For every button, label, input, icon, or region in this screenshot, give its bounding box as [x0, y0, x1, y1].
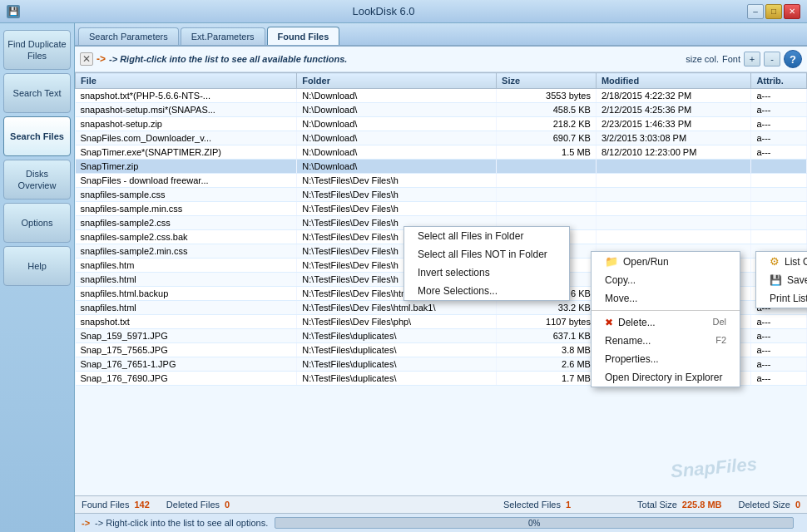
- ctx-properties[interactable]: Properties...: [592, 350, 740, 368]
- cell-attrib: a---: [751, 89, 807, 103]
- table-row[interactable]: snapashot-setup.zipN:\Download\218.2 KB2…: [76, 117, 807, 131]
- ctx-separator-1: [592, 310, 740, 311]
- col-header-folder: Folder: [297, 73, 497, 89]
- ctx-delete[interactable]: ✖ Delete... Del: [592, 313, 740, 332]
- ctx-copy[interactable]: Copy...: [592, 271, 740, 289]
- col-header-modified: Modified: [596, 73, 750, 89]
- cell-file: Snap_176_7651-1.JPG: [76, 357, 297, 372]
- cell-file: snapashot-setup.msi*(SNAPAS...: [76, 103, 297, 117]
- cell-file: SnapFiles.com_Downloader_v...: [76, 131, 297, 145]
- sidebar-item-find-duplicate[interactable]: Find Duplicate Files: [3, 30, 71, 70]
- found-files-status: Found Files 142: [82, 500, 150, 510]
- cell-file: snapfiles-sample2.min.css: [76, 244, 297, 259]
- deleted-files-status: Deleted Files 0: [166, 500, 230, 510]
- total-size-value: 225.8 MB: [682, 500, 722, 510]
- help-button[interactable]: ?: [784, 50, 802, 68]
- close-button[interactable]: ✕: [784, 4, 800, 19]
- tab-found-files[interactable]: Found Files: [267, 27, 340, 45]
- ctx-list-options[interactable]: ⚙ List Options...: [756, 252, 807, 271]
- table-row[interactable]: SnapTimer.exe*(SNAPTIMER.ZIP)N:\Download…: [76, 145, 807, 160]
- tab-search-parameters[interactable]: Search Parameters: [78, 27, 179, 45]
- table-header-row: File Folder Size Modified Attrib.: [76, 73, 807, 89]
- maximize-button[interactable]: □: [765, 4, 782, 19]
- cell-file: SnapTimer.exe*(SNAPTIMER.ZIP): [76, 145, 297, 160]
- sidebar-item-disks-overview[interactable]: Disks Overview: [3, 160, 71, 200]
- sidebar-item-options[interactable]: Options: [3, 203, 71, 243]
- table-row[interactable]: snapfiles-sample.min.cssN:\TestFiles\Dev…: [76, 202, 807, 216]
- table-row[interactable]: SnapFiles - download freewar...N:\TestFi…: [76, 174, 807, 188]
- total-size-label: Total Size: [637, 500, 677, 510]
- cell-size: [497, 188, 597, 202]
- progress-bar: 0%: [275, 517, 794, 529]
- cell-attrib: a---: [751, 315, 807, 329]
- app-title: LookDisk 6.0: [20, 5, 747, 17]
- font-label: Font: [722, 54, 740, 64]
- cell-folder: N:\Download\: [297, 145, 497, 160]
- sidebar-item-help[interactable]: Help: [3, 246, 71, 286]
- sidebar-item-search-files[interactable]: Search Files: [3, 116, 71, 156]
- ctx-open-directory[interactable]: Open Directory in Explorer: [592, 368, 740, 387]
- deleted-size-status: Deleted Size 0: [739, 500, 801, 510]
- cell-modified: [596, 202, 750, 216]
- font-plus-button[interactable]: +: [744, 52, 760, 66]
- cell-file: snapshot.txt*(PHP-5.6.6-NTS-...: [76, 89, 297, 103]
- found-files-value: 142: [134, 500, 149, 510]
- cell-folder: N:\TestFiles\duplicates\: [297, 357, 497, 372]
- selected-files-status: Selected Files 1: [503, 500, 571, 510]
- cell-modified: [596, 216, 750, 230]
- window-controls: – □ ✕: [747, 4, 800, 19]
- bottom-hint: -> Right-click into the list to see all …: [95, 518, 268, 528]
- cell-folder: N:\TestFiles\Dev Files\html.bak1\: [297, 301, 497, 315]
- cell-file: snapfiles-sample2.css.bak: [76, 230, 297, 244]
- close-panel-button[interactable]: ✕: [80, 52, 93, 66]
- progress-text: 0%: [275, 518, 793, 529]
- cell-modified: 8/12/2010 12:23:00 PM: [596, 145, 750, 160]
- cell-file: snapashot-setup.zip: [76, 117, 297, 131]
- ctx-open-run[interactable]: 📁 Open/Run: [592, 252, 740, 271]
- cell-size: 218.2 KB: [497, 117, 597, 131]
- cell-attrib: a---: [751, 117, 807, 131]
- cell-file: Snap_176_7690.JPG: [76, 372, 297, 386]
- ctx-save-list[interactable]: 💾 Save List...: [756, 271, 807, 289]
- cell-size: 637.1 KB: [497, 329, 597, 343]
- ctx-rename[interactable]: Rename... F2: [592, 332, 740, 350]
- ctx-print-list[interactable]: Print List...: [756, 289, 807, 308]
- deleted-size-label: Deleted Size: [739, 500, 790, 510]
- ctx-select-all-folder[interactable]: Select all Files in Folder: [404, 227, 569, 245]
- ctx-move[interactable]: Move...: [592, 289, 740, 308]
- cell-folder: N:\TestFiles\Dev Files\h: [297, 188, 497, 202]
- cell-attrib: a---: [751, 103, 807, 117]
- deleted-size-value: 0: [795, 500, 800, 510]
- table-row[interactable]: SnapTimer.zipN:\Download\: [76, 160, 807, 174]
- table-row[interactable]: SnapFiles.com_Downloader_v...N:\Download…: [76, 131, 807, 145]
- context-menu-actions: 📁 Open/Run Copy... Move... ✖ Delete... D…: [591, 251, 740, 387]
- ctx-select-not-folder[interactable]: Select all Files NOT in Folder: [404, 245, 569, 264]
- cell-attrib: [751, 230, 807, 244]
- cell-size: 458.5 KB: [497, 103, 597, 117]
- cell-size: 690.7 KB: [497, 131, 597, 145]
- ctx-invert-selections[interactable]: Invert selections: [404, 264, 569, 282]
- table-row[interactable]: snapshot.txt*(PHP-5.6.6-NTS-...N:\Downlo…: [76, 89, 807, 103]
- gear-icon: ⚙: [770, 255, 780, 268]
- cell-attrib: a---: [751, 131, 807, 145]
- cell-file: snapfiles.html.backup: [76, 287, 297, 301]
- tab-ext-parameters[interactable]: Ext.Parameters: [181, 27, 265, 45]
- table-row[interactable]: snapashot-setup.msi*(SNAPAS...N:\Downloa…: [76, 103, 807, 117]
- cell-attrib: [751, 216, 807, 230]
- table-row[interactable]: snapfiles-sample.cssN:\TestFiles\Dev Fil…: [76, 188, 807, 202]
- app-icon: 💾: [7, 5, 20, 18]
- folder-icon: 📁: [605, 255, 618, 268]
- cell-size: 1.7 MB: [497, 372, 597, 386]
- minimize-button[interactable]: –: [747, 4, 764, 19]
- ctx-more-selections[interactable]: More Selections...: [404, 282, 569, 300]
- sidebar-item-search-text[interactable]: Search Text: [3, 73, 71, 113]
- sidebar: Find Duplicate Files Search Text Search …: [0, 23, 75, 532]
- cell-size: [497, 202, 597, 216]
- cell-file: Snap_175_7565.JPG: [76, 343, 297, 357]
- font-minus-button[interactable]: -: [764, 52, 780, 66]
- cell-folder: N:\Download\: [297, 117, 497, 131]
- cell-modified: [596, 174, 750, 188]
- cell-modified: 2/12/2015 4:25:36 PM: [596, 103, 750, 117]
- deleted-files-label: Deleted Files: [166, 500, 220, 510]
- toolbar-hint: -> Right-click into the list to see all …: [109, 54, 682, 64]
